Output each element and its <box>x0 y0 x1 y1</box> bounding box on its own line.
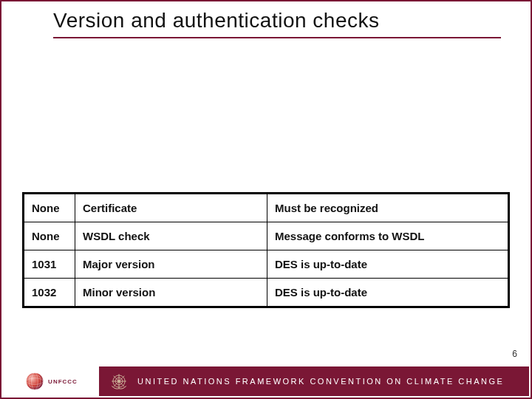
footer-text: UNITED NATIONS FRAMEWORK CONVENTION ON C… <box>137 377 504 386</box>
cell-desc: Must be recognized <box>267 194 509 222</box>
footer-logo-area: UNFCCC <box>3 366 99 396</box>
un-emblem-icon <box>109 372 129 391</box>
cell-name: WSDL check <box>75 222 267 250</box>
unfccc-logo: UNFCCC <box>24 371 78 392</box>
cell-desc: DES is up-to-date <box>267 250 509 279</box>
title-area: Version and authentication checks <box>1 1 531 38</box>
page-title: Version and authentication checks <box>53 9 501 38</box>
slide: Version and authentication checks None C… <box>0 0 532 399</box>
cell-code: None <box>24 222 75 250</box>
table-row: 1031 Major version DES is up-to-date <box>24 250 509 279</box>
cell-desc: DES is up-to-date <box>267 279 509 307</box>
table-row: 1032 Minor version DES is up-to-date <box>24 279 509 307</box>
cell-code: 1031 <box>24 250 75 279</box>
cell-desc: Message conforms to WSDL <box>267 222 509 250</box>
checks-table: None Certificate Must be recognized None… <box>22 192 510 308</box>
cell-name: Certificate <box>75 194 267 222</box>
unfccc-acronym: UNFCCC <box>48 378 78 385</box>
table-row: None WSDL check Message conforms to WSDL <box>24 222 509 250</box>
globe-icon <box>24 371 45 392</box>
footer: UNFCCC UNITED NATIONS FRAMEWORK CONVENTI… <box>3 366 529 396</box>
cell-name: Major version <box>75 250 267 279</box>
footer-bar: UNITED NATIONS FRAMEWORK CONVENTION ON C… <box>99 366 529 396</box>
cell-code: 1032 <box>24 279 75 307</box>
cell-name: Minor version <box>75 279 267 307</box>
page-number: 6 <box>512 349 517 359</box>
cell-code: None <box>24 194 75 222</box>
checks-table-wrap: None Certificate Must be recognized None… <box>22 192 510 308</box>
table-row: None Certificate Must be recognized <box>24 194 509 222</box>
